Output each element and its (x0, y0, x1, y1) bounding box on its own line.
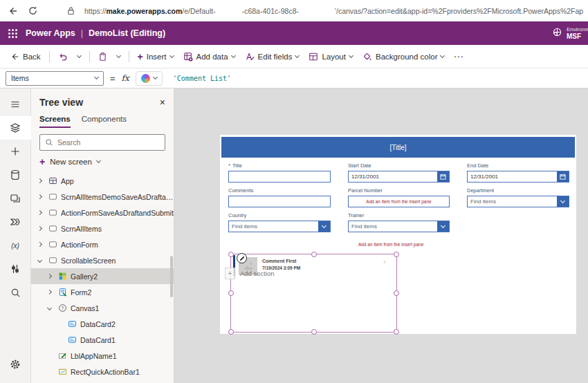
tree-item-Form2[interactable]: Form2 (31, 284, 174, 300)
selection-handle[interactable] (228, 290, 234, 296)
start-date-input[interactable]: 12/31/2001 (348, 171, 450, 183)
selection-handle[interactable] (394, 290, 399, 296)
tree-item-RectQuickActionBar1[interactable]: RectQuickActionBar1 (31, 364, 174, 380)
paste-dropdown[interactable] (113, 53, 125, 60)
selection-handle[interactable] (394, 252, 399, 257)
tree-item-icon (48, 192, 57, 202)
insert-panel-icon[interactable] (0, 140, 31, 163)
chevron-down-icon[interactable] (318, 221, 330, 232)
tree-item-ScrnAllItemsDemoSaveAsDraftandSubmit[interactable]: ScrnAllItemsDemoSaveAsDraftandSubmit (31, 189, 174, 205)
chevron-icon[interactable] (37, 210, 42, 215)
url-redacted: -c68a-401c-98c8- (242, 7, 299, 15)
new-screen-button[interactable]: + New screen (31, 152, 174, 171)
calendar-icon[interactable] (437, 171, 449, 182)
search-input[interactable] (57, 138, 160, 147)
tab-components[interactable]: Components (82, 115, 127, 128)
power-automate-icon[interactable] (0, 210, 31, 234)
form-title-text: [Title] (389, 144, 406, 151)
tab-screens[interactable]: Screens (39, 115, 71, 128)
tree-item-ScrollableScreen[interactable]: ScrollableScreen (31, 252, 174, 268)
required-marker: * (228, 162, 230, 169)
add-data-icon (183, 52, 193, 62)
add-data-button[interactable]: Add data (179, 49, 239, 64)
tree-item-ActionForm[interactable]: ActionForm (31, 236, 174, 252)
gallery-selection[interactable]: Comment First 7/19/2024 3:09 PM › (230, 254, 397, 333)
tree-item-ActionFormSaveAsDraftandSubmit[interactable]: ActionFormSaveAsDraftandSubmit (31, 205, 174, 221)
tree-item-icon (48, 176, 57, 186)
selection-handle[interactable] (228, 329, 234, 335)
tree-item-ScrnAllItems[interactable]: ScrnAllItems (31, 221, 174, 236)
chevron-icon[interactable] (37, 178, 42, 183)
chevron-icon[interactable] (47, 306, 52, 310)
undo-button[interactable] (54, 49, 72, 64)
svg-text:?: ? (61, 306, 64, 310)
product-name: Power Apps (26, 28, 75, 38)
environment-picker[interactable]: Environment MSF (552, 26, 588, 41)
tree-item-LblAppName1[interactable]: LblAppName1 (31, 348, 174, 364)
browser-back-icon[interactable] (7, 6, 18, 17)
chevron-down-icon[interactable] (437, 221, 449, 232)
tree-view-icon[interactable] (0, 116, 31, 140)
environment-icon (552, 27, 562, 40)
department-combobox[interactable]: Find items (467, 196, 569, 207)
copilot-button[interactable] (136, 71, 163, 86)
toolbar-overflow-button[interactable]: ··· (450, 50, 468, 64)
tree-item-Gallery2[interactable]: Gallery2 (31, 268, 174, 284)
property-selector[interactable]: Items (6, 71, 104, 86)
edit-pencil-icon[interactable] (237, 253, 247, 263)
media-panel-icon[interactable] (0, 187, 31, 210)
edit-fields-button[interactable]: Edit fields (241, 49, 304, 64)
background-color-icon (362, 52, 372, 62)
chevron-icon[interactable] (37, 258, 42, 263)
selection-handle[interactable] (311, 329, 317, 335)
layout-button[interactable]: Layout (304, 49, 357, 64)
tree-item-icon: ? (57, 303, 67, 313)
back-button[interactable]: Back (6, 49, 45, 64)
paste-button[interactable] (94, 49, 111, 64)
chevron-icon[interactable] (37, 226, 42, 231)
address-url[interactable]: https://make.powerapps.com/e/Default--c6… (84, 7, 583, 15)
selection-handle[interactable] (228, 252, 234, 257)
field-start-date: Start Date 12/31/2001 (348, 162, 450, 183)
tree-item-icon (57, 272, 67, 281)
selection-handle[interactable] (394, 329, 399, 335)
app-screen-canvas[interactable]: [Title] *Title Start Date 12/31/2001 (220, 135, 576, 334)
form-title-bar[interactable]: [Title] (221, 137, 575, 158)
selection-handle[interactable] (311, 252, 317, 257)
title-input[interactable] (228, 171, 331, 183)
browser-refresh-icon[interactable] (28, 6, 38, 16)
country-combobox[interactable]: Find items (228, 221, 331, 232)
chevron-down-icon (96, 158, 101, 163)
comments-input[interactable] (228, 196, 331, 207)
chevron-down-icon[interactable] (557, 196, 569, 207)
settings-gear-icon[interactable] (0, 353, 31, 376)
search-panel-icon[interactable] (0, 281, 31, 304)
advanced-tools-icon[interactable] (0, 257, 31, 281)
calendar-icon[interactable] (557, 171, 569, 182)
chevron-icon[interactable] (37, 194, 42, 199)
trainer-combobox[interactable]: Find items (348, 221, 450, 232)
variables-panel-icon[interactable]: (x) (0, 234, 31, 257)
formula-input[interactable]: 'Comment List' (169, 75, 231, 82)
tree-scrollbar[interactable] (170, 256, 173, 297)
end-date-input[interactable]: 12/31/2001 (467, 171, 569, 183)
gallery-item-title[interactable]: Comment First (262, 259, 296, 263)
tree-item-Canvas1[interactable]: ? Canvas1 (31, 300, 174, 316)
tree-item-DataCard2[interactable]: DataCard2 (31, 316, 174, 332)
chevron-icon[interactable] (47, 290, 52, 295)
background-color-button[interactable]: Background color (358, 49, 449, 64)
chevron-icon[interactable] (37, 242, 42, 247)
gallery-item-chevron-icon[interactable]: › (383, 257, 386, 265)
add-section-button[interactable]: + Add section (225, 268, 275, 279)
chevron-icon[interactable] (47, 274, 52, 279)
tree-search[interactable] (39, 134, 165, 151)
undo-dropdown[interactable] (73, 53, 85, 60)
hamburger-menu-icon[interactable] (0, 93, 31, 116)
tree-item-App[interactable]: App (31, 173, 174, 189)
close-icon[interactable]: × (160, 97, 165, 107)
parcel-number-placeholder[interactable]: Add an item from the insert pane (348, 196, 450, 207)
insert-button[interactable]: + Insert (134, 49, 178, 64)
tree-item-DataCard1[interactable]: DataCard1 (31, 332, 174, 348)
data-panel-icon[interactable] (0, 163, 31, 187)
waffle-menu-icon[interactable] (8, 29, 17, 38)
